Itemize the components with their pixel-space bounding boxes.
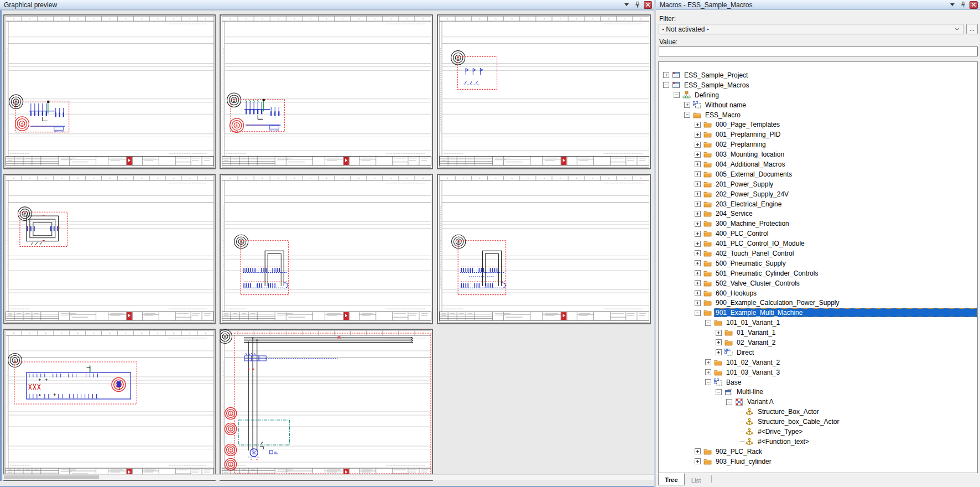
expand-plus-icon[interactable]	[695, 201, 701, 207]
tree-item[interactable]: Defining	[659, 90, 977, 100]
tree-item[interactable]: Multi-line	[659, 387, 977, 397]
filter-browse-button[interactable]: ...	[966, 24, 978, 34]
tree-item[interactable]: 101_01_Variant_1	[659, 318, 977, 328]
tree-item[interactable]: 101_02_Variant_2	[659, 358, 977, 367]
page-thumbnail-1[interactable]	[3, 14, 216, 169]
tree-item[interactable]: 900_Example_Calculation_Power_Supply	[659, 298, 977, 308]
expand-plus-icon[interactable]	[695, 181, 701, 187]
expand-plus-icon[interactable]	[695, 152, 701, 158]
tree-item[interactable]: 004_Additional_Macros	[659, 159, 977, 169]
page-thumbnail-2[interactable]	[220, 14, 433, 169]
expand-minus-icon[interactable]	[716, 389, 722, 395]
expand-plus-icon[interactable]	[695, 142, 701, 148]
tree-item[interactable]: 005_External_Documents	[659, 169, 977, 179]
tree-item[interactable]: 000_Page_Templates	[659, 120, 977, 129]
panel-titlebar[interactable]: Graphical preview	[0, 0, 654, 10]
horizontal-scrollbar[interactable]	[3, 474, 654, 480]
expand-plus-icon[interactable]	[716, 330, 722, 336]
tree-item[interactable]: 402_Touch_Panel_Control	[659, 248, 977, 258]
tab-list[interactable]: List	[685, 474, 708, 486]
tree-item[interactable]: 300_Machine_Protection	[659, 219, 977, 229]
tree-item[interactable]: 02_Variant_2	[659, 338, 977, 348]
expand-plus-icon[interactable]	[695, 448, 701, 454]
tree-item[interactable]: 001_Preplanning_PID	[659, 129, 977, 139]
chevron-down-icon[interactable]	[623, 1, 630, 8]
tree-item[interactable]: ESS_Macro	[659, 110, 977, 120]
expand-plus-icon[interactable]	[663, 72, 669, 78]
tree-item[interactable]: ESS_Sample_Project	[659, 70, 977, 80]
tree-item[interactable]: Structure_Box_Actor	[659, 407, 977, 417]
expand-plus-icon[interactable]	[695, 171, 701, 177]
tree-item[interactable]: Base	[659, 377, 977, 387]
expand-plus-icon[interactable]	[705, 369, 711, 375]
expand-minus-icon[interactable]	[674, 92, 680, 98]
tree-item[interactable]: 201_Power_Supply	[659, 179, 977, 189]
expand-plus-icon[interactable]	[695, 122, 701, 128]
page-thumbnail-8[interactable]	[220, 329, 433, 481]
tree-item[interactable]: Without name	[659, 100, 977, 110]
expand-plus-icon[interactable]	[695, 260, 701, 266]
tree-item[interactable]: 500_Pneumatic_Supply	[659, 258, 977, 268]
expand-plus-icon[interactable]	[695, 161, 701, 167]
tree-item[interactable]: 002_Preplanning	[659, 139, 977, 149]
filter-dropdown[interactable]: - Not activated -	[659, 24, 963, 34]
expand-plus-icon[interactable]	[695, 132, 701, 138]
pin-icon[interactable]	[959, 1, 967, 8]
expand-minus-icon[interactable]	[684, 112, 690, 118]
expand-plus-icon[interactable]	[695, 250, 701, 256]
close-icon[interactable]	[644, 1, 652, 9]
tree-item[interactable]: Variant A	[659, 397, 977, 407]
tree-item[interactable]: 501_Pneumatic_Cylinder_Controls	[659, 268, 977, 278]
close-icon[interactable]	[969, 1, 978, 9]
expand-minus-icon[interactable]	[726, 399, 732, 405]
expand-plus-icon[interactable]	[716, 339, 722, 345]
pin-icon[interactable]	[633, 1, 641, 8]
tree-item[interactable]: #<Drive_Type>	[659, 427, 977, 437]
expand-plus-icon[interactable]	[684, 102, 690, 108]
expand-plus-icon[interactable]	[695, 458, 701, 464]
tree-item[interactable]: 502_Valve_Cluster_Controls	[659, 278, 977, 288]
tree-item[interactable]: 401_PLC_Control_IO_Module	[659, 239, 977, 248]
tree-item[interactable]: Direct	[659, 348, 977, 358]
tree-item[interactable]: 202_Power_Supply_24V	[659, 189, 977, 199]
expand-plus-icon[interactable]	[695, 280, 701, 286]
expand-plus-icon[interactable]	[695, 231, 701, 237]
panel-titlebar[interactable]: Macros - ESS_Sample_Macros	[656, 0, 980, 10]
expand-plus-icon[interactable]	[695, 211, 701, 217]
tree-item[interactable]: 203_Electrical_Engine	[659, 199, 977, 209]
tree-item-label: ESS_Macro	[703, 111, 742, 120]
expand-minus-icon[interactable]	[705, 320, 711, 326]
scrollbar-thumb[interactable]	[4, 475, 99, 479]
tree-item[interactable]: #<Function_text>	[659, 437, 977, 447]
expand-plus-icon[interactable]	[695, 221, 701, 227]
tree-item[interactable]: 101_03_Variant_3	[659, 367, 977, 377]
tree-item[interactable]: 01_Variant_1	[659, 328, 977, 338]
expand-plus-icon[interactable]	[695, 290, 701, 296]
tree-item[interactable]: 902_PLC_Rack	[659, 447, 977, 457]
page-thumbnail-5[interactable]	[220, 174, 433, 324]
tree-item[interactable]: 901_Example_Multi_Machine	[659, 308, 977, 318]
page-thumbnail-4[interactable]	[3, 174, 216, 324]
tab-tree[interactable]: Tree	[658, 473, 685, 485]
tree-item[interactable]: 600_Hookups	[659, 288, 977, 298]
expand-plus-icon[interactable]	[695, 241, 701, 247]
expand-plus-icon[interactable]	[695, 191, 701, 197]
expand-minus-icon[interactable]	[695, 310, 701, 316]
page-thumbnail-7[interactable]	[3, 329, 216, 481]
chevron-down-icon[interactable]	[948, 1, 956, 8]
value-input[interactable]	[659, 46, 978, 56]
page-thumbnail-3[interactable]	[437, 14, 651, 169]
page-thumbnail-6[interactable]	[437, 174, 651, 324]
expand-minus-icon[interactable]	[705, 379, 711, 385]
tree-item[interactable]: Structure_box_Cable_Actor	[659, 417, 977, 427]
expand-plus-icon[interactable]	[695, 270, 701, 276]
expand-plus-icon[interactable]	[695, 300, 701, 306]
expand-plus-icon[interactable]	[705, 359, 711, 365]
expand-minus-icon[interactable]	[663, 82, 669, 88]
tree-item[interactable]: ESS_Sample_Macros	[659, 80, 977, 90]
tree-item[interactable]: 204_Service	[659, 209, 977, 219]
tree-item[interactable]: 400_PLC_Control	[659, 229, 977, 239]
expand-plus-icon[interactable]	[716, 349, 722, 355]
tree-item[interactable]: 903_Fluid_cylinder	[659, 457, 977, 467]
tree-item[interactable]: 003_Mounting_location	[659, 149, 977, 159]
